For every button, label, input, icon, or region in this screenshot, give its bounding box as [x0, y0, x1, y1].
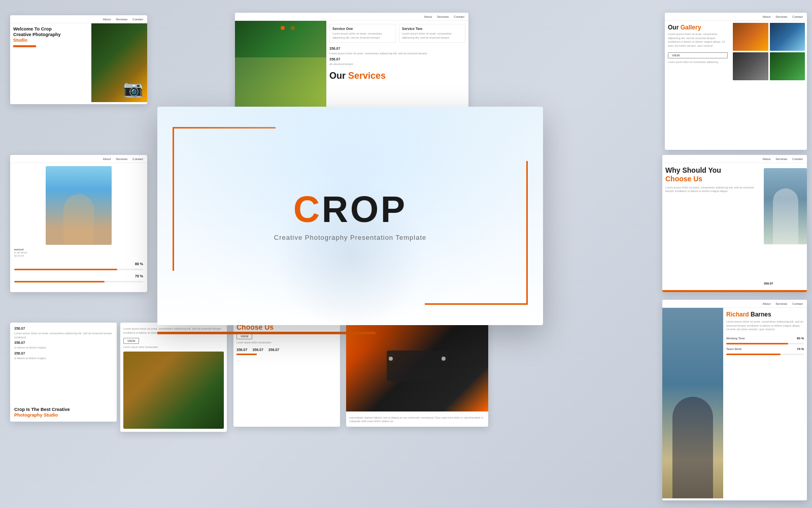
richard-text: Richard Barnes Lorem ipsum dolor sit ame… — [723, 308, 807, 498]
dot-left — [281, 26, 285, 30]
hero-slide: CROP Creative Photography Presentation T… — [157, 107, 543, 325]
n1: 356.07 — [14, 327, 25, 330]
num-row: 356.07 — [14, 327, 113, 330]
nav-services: Services — [775, 302, 787, 305]
richard-skill2-label: Team Work — [726, 347, 741, 351]
services2-view-btn[interactable]: VIEW — [123, 338, 139, 344]
richard-person-img — [662, 308, 723, 498]
service-card-one: Service One Lorem ipsum dolor sit amet, … — [329, 24, 396, 43]
richard-skill1-label: Working Time — [726, 337, 745, 340]
slide-drone: exercitation ulames laboris nisi ut aliq… — [346, 320, 488, 427]
why-number: 356.07 — [764, 282, 773, 285]
slide-welcome: About Services Contact Welcome To Crop C… — [10, 15, 147, 104]
why-nav: About Services Contact — [662, 155, 807, 163]
bl-body1: Lorem ipsum dolor sit amet, consectetur … — [14, 332, 113, 339]
crop-best-orange: Photography Studio — [14, 412, 113, 418]
photo-overlay — [235, 57, 326, 112]
why-photo-container: 356.07 — [761, 163, 807, 290]
orange-bottom-accent — [662, 290, 807, 292]
richard-skill-row2: Team Work 70 % — [726, 347, 804, 351]
richard-bar1 — [726, 343, 788, 344]
drone-text: exercitation ulames laboris nisi ut aliq… — [346, 411, 488, 427]
n2: 356.07 — [14, 341, 113, 344]
services2-content: Lorem ipsum dolor sit amet, consectetur … — [120, 323, 227, 432]
skills-content: esmod is ad minus qu ex ea 80 % 70 % — [10, 163, 147, 285]
gallery-body: Lorem ipsum dolor sit amet, consectetur … — [668, 33, 728, 48]
cn2: 356.07 — [252, 348, 263, 352]
richard-track1 — [726, 343, 804, 344]
drone-content: exercitation ulames laboris nisi ut aliq… — [346, 320, 488, 427]
progress-bar1 — [14, 269, 117, 270]
logo-rop: ROP — [322, 189, 407, 230]
nav-services: Services — [116, 18, 127, 21]
richard-lastname: Barnes — [751, 311, 771, 318]
orange-divider — [13, 45, 36, 47]
welcome-camera-img: 📷 — [91, 23, 147, 102]
progress-container: 80 % 70 % — [14, 262, 143, 282]
richard-nav: About Services Contact — [662, 300, 807, 308]
slide-ourservices: About Services Contact Service One Lorem… — [235, 13, 468, 114]
progress-percent2: 70 % — [135, 274, 143, 278]
nav-contact: Contact — [792, 302, 803, 305]
slide-chooseus2: Choose Us VIEW Lorem ipsum dolor consect… — [233, 320, 340, 427]
gallery-grid-container — [731, 21, 807, 148]
bl-body2: ut labore et dolore magna — [14, 346, 113, 350]
drone-body-text: exercitation ulames laboris nisi ut aliq… — [349, 416, 485, 424]
progress-track1 — [14, 269, 143, 270]
nav-contact: Contact — [792, 157, 803, 161]
number-2: 356.07 — [329, 57, 427, 61]
welcome-title-line2: Creative Photography — [13, 32, 88, 38]
progress-track2 — [14, 281, 143, 282]
chooseus2-lorem: Lorem ipsum dolor consectetur — [236, 341, 337, 344]
drone-body — [387, 351, 448, 381]
nature-img — [123, 352, 224, 429]
nav-about: About — [763, 302, 771, 305]
progress-percent1: 80 % — [135, 262, 143, 266]
nav-contact: Contact — [454, 15, 464, 18]
nav-about: About — [424, 15, 432, 18]
services2-lorem: Lorem ipsum dolor consectetur — [123, 345, 224, 348]
skill-body2: qu ex ea — [14, 254, 143, 257]
nav-contact: Contact — [132, 18, 143, 21]
richard-bar2 — [726, 354, 781, 355]
slide-gallery: About Services Contact Our Gallery Lorem… — [665, 13, 807, 150]
nav-services: Services — [775, 157, 787, 161]
slide-bottom-left: 356.07 Lorem ipsum dolor sit amet, conse… — [10, 323, 117, 422]
crop-best-title: Crop Is The Best Creative — [14, 407, 113, 412]
ourservices-heading-black: Our — [329, 71, 348, 81]
nav-services: Services — [437, 15, 449, 18]
richard-skill-row1: Working Time 80 % — [726, 337, 804, 340]
richard-name: Richard Barnes — [726, 311, 804, 318]
gallery-view-btn[interactable]: VIEW — [668, 52, 728, 58]
welcome-title-line1: Welcome To Crop — [13, 26, 88, 32]
nav-about: About — [103, 157, 111, 161]
gallery-heading: Our Gallery — [668, 24, 728, 31]
service-card-two: Service Two Lorem ipsum dolor sit amet, … — [399, 24, 465, 43]
skills-nav: About Services Contact — [10, 155, 147, 163]
skills-person-img — [46, 166, 112, 245]
nav-services: Services — [116, 157, 127, 161]
nav-about: About — [763, 15, 771, 18]
camera-icon: 📷 — [125, 81, 143, 98]
richard-track2 — [726, 354, 804, 355]
bl-body3: ul labore et dolore magna — [14, 357, 113, 361]
richard-skills: Working Time 80 % Team Work 70 % — [726, 337, 804, 355]
chooseus2-content: Choose Us VIEW Lorem ipsum dolor consect… — [233, 320, 340, 427]
hero-tagline: Creative Photography Presentation Templa… — [274, 234, 426, 241]
hero-logo: CROP — [293, 191, 407, 228]
why-body: Lorem ipsum dolor sit amet, consectetur … — [665, 186, 758, 194]
ourservices-photo — [235, 21, 326, 112]
number-desc2: do eiusmod tempor — [329, 62, 427, 67]
hero-orange-bottom-bar — [157, 332, 376, 334]
nav-about: About — [763, 157, 771, 161]
service-two-body: Lorem ipsum dolor sit amet, consectetur … — [402, 32, 462, 40]
gallery-thumb-4 — [770, 52, 805, 80]
person-silhouette-why — [773, 188, 798, 244]
number-desc: Lorem ipsum dolor sit amet, consectetur … — [329, 52, 427, 56]
richard-skill2-pct: 70 % — [797, 347, 804, 351]
gallery-nav: About Services Contact — [665, 13, 807, 21]
dot-right — [291, 26, 295, 30]
richard-body: Lorem ipsum dolor sit amet, consectetur … — [726, 320, 804, 332]
n3: 356.07 — [14, 352, 113, 355]
bottom-left-content: 356.07 Lorem ipsum dolor sit amet, conse… — [10, 323, 117, 422]
